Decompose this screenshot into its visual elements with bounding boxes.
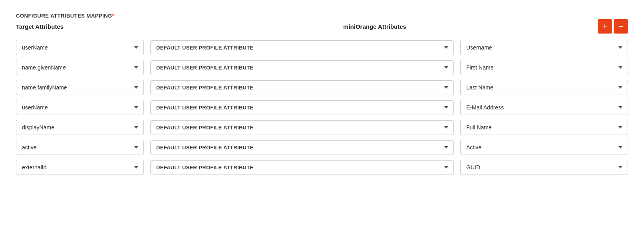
middle-select-wrapper-6: DEFAULT USER PROFILE ATTRIBUTE (150, 160, 454, 175)
middle-select-1[interactable]: DEFAULT USER PROFILE ATTRIBUTE (150, 60, 454, 75)
target-select-wrapper-2: userNamename.givenNamename.familyNameema… (16, 80, 144, 95)
target-select-3[interactable]: userNamename.givenNamename.familyNameema… (16, 100, 144, 115)
target-select-wrapper-3: userNamename.givenNamename.familyNameema… (16, 100, 144, 115)
middle-select-wrapper-0: DEFAULT USER PROFILE ATTRIBUTE (150, 40, 454, 55)
middle-select-3[interactable]: DEFAULT USER PROFILE ATTRIBUTE (150, 100, 454, 115)
right-select-1[interactable]: UsernameFirst NameLast NameE-Mail Addres… (460, 60, 628, 75)
target-select-wrapper-6: userNamename.givenNamename.familyNameema… (16, 160, 144, 175)
right-select-wrapper-4: UsernameFirst NameLast NameE-Mail Addres… (460, 120, 628, 135)
target-select-2[interactable]: userNamename.givenNamename.familyNameema… (16, 80, 144, 95)
configure-title: CONFIGURE ATTRIBUTES MAPPING (16, 13, 112, 19)
right-select-0[interactable]: UsernameFirst NameLast NameE-Mail Addres… (460, 40, 628, 55)
right-select-wrapper-6: UsernameFirst NameLast NameE-Mail Addres… (460, 160, 628, 175)
target-select-1[interactable]: userNamename.givenNamename.familyNameema… (16, 60, 144, 75)
mapping-rows-container: userNamename.givenNamename.familyNameema… (16, 40, 628, 175)
mapping-row: userNamename.givenNamename.familyNameema… (16, 80, 628, 95)
add-row-button[interactable]: + (598, 19, 612, 34)
right-select-5[interactable]: UsernameFirst NameLast NameE-Mail Addres… (460, 140, 628, 155)
remove-row-button[interactable]: − (614, 19, 628, 34)
middle-select-wrapper-4: DEFAULT USER PROFILE ATTRIBUTE (150, 120, 454, 135)
target-attributes-label: Target Attributes (16, 23, 152, 30)
middle-select-wrapper-1: DEFAULT USER PROFILE ATTRIBUTE (150, 60, 454, 75)
mapping-row: userNamename.givenNamename.familyNameema… (16, 60, 628, 75)
miniorange-attributes-label: miniOrange Attributes (152, 23, 598, 30)
middle-select-0[interactable]: DEFAULT USER PROFILE ATTRIBUTE (150, 40, 454, 55)
target-select-wrapper-0: userNamename.givenNamename.familyNameema… (16, 40, 144, 55)
mapping-row: userNamename.givenNamename.familyNameema… (16, 160, 628, 175)
middle-select-6[interactable]: DEFAULT USER PROFILE ATTRIBUTE (150, 160, 454, 175)
right-select-3[interactable]: UsernameFirst NameLast NameE-Mail Addres… (460, 100, 628, 115)
mapping-row: userNamename.givenNamename.familyNameema… (16, 140, 628, 155)
mapping-row: userNamename.givenNamename.familyNameema… (16, 100, 628, 115)
target-select-6[interactable]: userNamename.givenNamename.familyNameema… (16, 160, 144, 175)
required-marker: * (112, 13, 115, 19)
right-select-wrapper-2: UsernameFirst NameLast NameE-Mail Addres… (460, 80, 628, 95)
right-select-wrapper-1: UsernameFirst NameLast NameE-Mail Addres… (460, 60, 628, 75)
middle-select-wrapper-5: DEFAULT USER PROFILE ATTRIBUTE (150, 140, 454, 155)
mapping-row: userNamename.givenNamename.familyNameema… (16, 40, 628, 55)
right-select-2[interactable]: UsernameFirst NameLast NameE-Mail Addres… (460, 80, 628, 95)
target-select-5[interactable]: userNamename.givenNamename.familyNameema… (16, 140, 144, 155)
page-title: CONFIGURE ATTRIBUTES MAPPING* (16, 12, 628, 19)
target-select-wrapper-4: userNamename.givenNamename.familyNameema… (16, 120, 144, 135)
middle-select-wrapper-3: DEFAULT USER PROFILE ATTRIBUTE (150, 100, 454, 115)
right-select-4[interactable]: UsernameFirst NameLast NameE-Mail Addres… (460, 120, 628, 135)
right-select-wrapper-3: UsernameFirst NameLast NameE-Mail Addres… (460, 100, 628, 115)
target-select-wrapper-5: userNamename.givenNamename.familyNameema… (16, 140, 144, 155)
header-actions: + − (598, 19, 628, 34)
target-select-wrapper-1: userNamename.givenNamename.familyNameema… (16, 60, 144, 75)
target-select-0[interactable]: userNamename.givenNamename.familyNameema… (16, 40, 144, 55)
right-select-wrapper-5: UsernameFirst NameLast NameE-Mail Addres… (460, 140, 628, 155)
mapping-row: userNamename.givenNamename.familyNameema… (16, 120, 628, 135)
right-select-6[interactable]: UsernameFirst NameLast NameE-Mail Addres… (460, 160, 628, 175)
right-select-wrapper-0: UsernameFirst NameLast NameE-Mail Addres… (460, 40, 628, 55)
middle-select-4[interactable]: DEFAULT USER PROFILE ATTRIBUTE (150, 120, 454, 135)
middle-select-2[interactable]: DEFAULT USER PROFILE ATTRIBUTE (150, 80, 454, 95)
column-headers: Target Attributes miniOrange Attributes … (16, 19, 628, 34)
target-select-4[interactable]: userNamename.givenNamename.familyNameema… (16, 120, 144, 135)
middle-select-wrapper-2: DEFAULT USER PROFILE ATTRIBUTE (150, 80, 454, 95)
middle-select-5[interactable]: DEFAULT USER PROFILE ATTRIBUTE (150, 140, 454, 155)
